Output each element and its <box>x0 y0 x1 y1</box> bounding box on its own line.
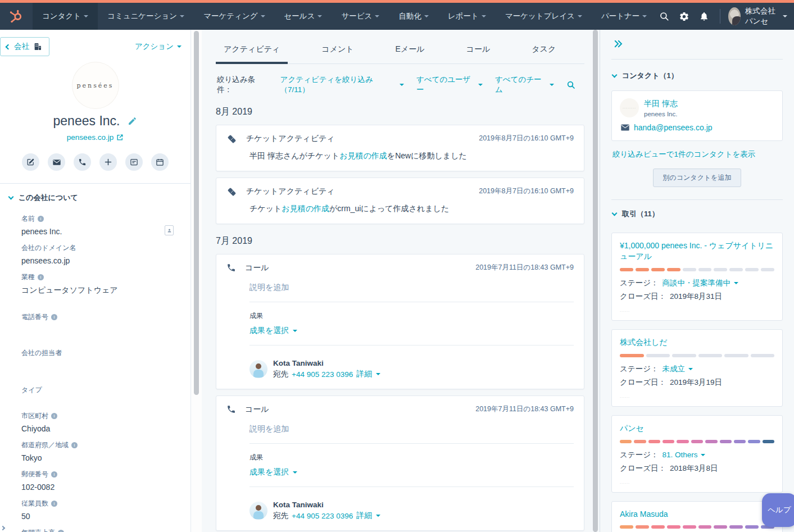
divider <box>249 345 574 345</box>
ticket-activity-card: チケットアクティビティ 2019年8月7日の16:10 GMT+9 チケットお見… <box>216 178 584 224</box>
deals-section-toggle[interactable]: 取引（11） <box>611 200 783 220</box>
deal-stage-segment <box>620 354 644 357</box>
deal-preview-dots: ······ <box>620 481 774 485</box>
deal-stage-select[interactable]: 商談中・提案準備中 <box>662 278 738 288</box>
company-logo: pensées <box>72 62 119 109</box>
outcome-select[interactable]: 成果を選択 <box>249 326 297 336</box>
nav-label: マーケティング <box>203 11 257 21</box>
gear-icon[interactable] <box>677 3 692 30</box>
company-domain-link[interactable]: pensees.co.jp <box>67 133 124 142</box>
deal-stage-select[interactable]: 81. Others <box>662 451 705 459</box>
timeline-search-icon[interactable] <box>566 80 575 89</box>
chevron-down-icon <box>177 46 182 48</box>
add-contact-button[interactable]: 別のコンタクトを追加 <box>653 169 742 187</box>
deal-stage-segment <box>683 268 696 271</box>
collapse-panel-icon[interactable] <box>612 39 624 49</box>
actions-dropdown[interactable]: アクション <box>135 42 182 52</box>
nav-item-sales[interactable]: セールス <box>275 3 332 30</box>
contacts-section-toggle[interactable]: コンタクト（1） <box>611 60 783 82</box>
add-description-link[interactable]: 説明を追加 <box>249 283 574 293</box>
outcome-select[interactable]: 成果を選択 <box>249 467 297 478</box>
deal-stage-segment <box>646 354 670 357</box>
chevron-down-icon <box>783 15 787 17</box>
tab-email[interactable]: Eメール <box>388 39 433 64</box>
meeting-button[interactable] <box>151 153 169 171</box>
main-navbar: コンタクト コミュニケーション マーケティング セールス サービス 自動化 レポ… <box>0 3 794 30</box>
card-timestamp: 2019年8月7日の16:10 GMT+9 <box>479 134 574 143</box>
chevron-down-icon <box>180 15 184 17</box>
nav-item-communications[interactable]: コミュニケーション <box>98 3 194 30</box>
tab-tasks[interactable]: タスク <box>524 39 564 64</box>
tab-comments[interactable]: コメント <box>314 39 361 64</box>
chevron-down-icon <box>424 15 429 17</box>
deal-stage-segment <box>724 354 748 357</box>
nav-item-reports[interactable]: レポート <box>438 3 496 30</box>
domain-text: pensees.co.jp <box>67 133 114 142</box>
deal-title-link[interactable]: パンセ <box>620 424 644 433</box>
deal-stage-segment <box>648 440 660 443</box>
building-icon <box>33 42 42 51</box>
scrollbar-thumb[interactable] <box>593 30 598 532</box>
contact-card-badge-icon[interactable] <box>165 225 174 235</box>
nav-item-marketplace[interactable]: マーケットプレイス <box>496 3 592 30</box>
deal-stage-segment <box>683 525 696 529</box>
deal-stage-segment <box>720 440 732 443</box>
filter-activity-dropdown[interactable]: アクティビティを絞り込み（7/11） <box>280 75 404 95</box>
phone-number-link[interactable]: +44 905 223 0396 <box>292 512 353 520</box>
deal-stage-segment <box>691 440 703 443</box>
hubspot-logo[interactable] <box>0 3 33 30</box>
note-button[interactable] <box>22 153 39 171</box>
account-avatar[interactable] <box>728 7 741 25</box>
help-button[interactable]: ヘルプ <box>762 493 794 527</box>
outcome-label: 成果 <box>249 311 574 321</box>
chevron-down-icon <box>400 84 404 86</box>
field-industry: 業種 コンピュータソフトウェア <box>21 272 182 295</box>
chevron-down-icon <box>578 15 582 17</box>
hubspot-sprocket-icon <box>9 9 24 24</box>
ticket-link[interactable]: お見積の作成 <box>339 151 387 160</box>
details-toggle[interactable]: 詳細 <box>356 369 380 379</box>
info-icon <box>51 413 57 419</box>
scrollbar-thumb[interactable] <box>194 31 199 395</box>
info-icon <box>58 530 64 532</box>
nav-item-partners[interactable]: パートナー <box>592 3 656 30</box>
card-body: チケットお見積の作成がcrm_uiによって作成されました <box>249 204 574 214</box>
edit-pencil-icon[interactable] <box>128 116 137 126</box>
phone-number-link[interactable]: +44 905 223 0396 <box>292 370 353 379</box>
deal-title-link[interactable]: Akira Masuda <box>620 510 668 519</box>
deal-stage-segment <box>634 440 646 443</box>
contact-card: ········ 半田 惇志 penees Inc. handa@pensees… <box>611 90 783 141</box>
tab-calls[interactable]: コール <box>459 39 498 64</box>
search-icon[interactable] <box>656 3 672 30</box>
deal-stage-select[interactable]: 未成立 <box>662 364 693 374</box>
call-button[interactable] <box>74 153 91 171</box>
nav-item-automation[interactable]: 自動化 <box>389 3 438 30</box>
nav-label: コンタクト <box>42 11 81 21</box>
contact-email-link[interactable]: handa@pensees.co.jp <box>634 123 713 132</box>
ticket-link[interactable]: お見積の作成 <box>282 204 329 213</box>
close-date-label: クローズ日： <box>620 463 666 474</box>
details-toggle[interactable]: 詳細 <box>356 511 380 521</box>
filter-teams-dropdown[interactable]: すべてのチーム <box>495 75 554 95</box>
contact-name-link[interactable]: 半田 惇志 <box>644 99 678 108</box>
account-menu[interactable]: 株式会社パンセ <box>745 6 787 26</box>
back-to-companies-button[interactable]: 会社 <box>0 37 49 56</box>
deal-stage-segment <box>620 440 632 443</box>
chevron-left-icon <box>6 44 11 49</box>
view-contacts-link[interactable]: 絞り込みビューで1件のコンタクトを表示 <box>612 149 783 160</box>
nav-item-contacts[interactable]: コンタクト <box>33 3 98 30</box>
about-section-toggle[interactable]: この会社について <box>9 193 190 203</box>
chevron-down-icon <box>376 373 380 375</box>
filter-users-dropdown[interactable]: すべてのユーザー <box>416 75 483 95</box>
deal-title-link[interactable]: 株式会社しだ <box>620 338 668 347</box>
nav-item-marketing[interactable]: マーケティング <box>194 3 274 30</box>
email-button[interactable] <box>48 153 65 171</box>
add-button[interactable] <box>99 153 117 171</box>
nav-item-service[interactable]: サービス <box>332 3 389 30</box>
notifications-bell-icon[interactable] <box>697 3 713 30</box>
add-description-link[interactable]: 説明を追加 <box>249 424 574 434</box>
task-button[interactable] <box>125 153 143 171</box>
chevron-down-icon <box>293 330 297 332</box>
deal-title-link[interactable]: ¥1,000,000 penees Inc. - ウェブサイトリニューアル <box>620 241 773 261</box>
tab-activity[interactable]: アクティビティ <box>216 39 288 64</box>
